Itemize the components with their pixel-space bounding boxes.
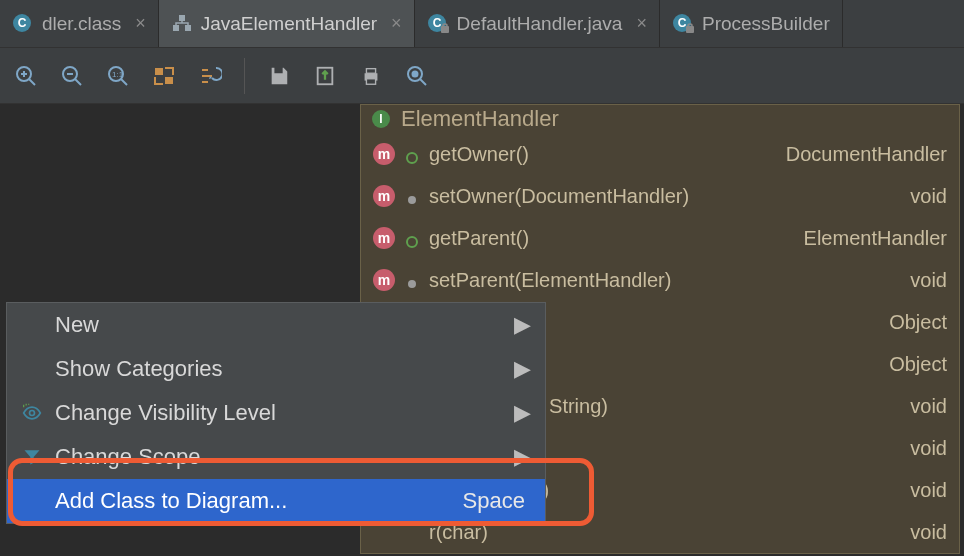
svg-rect-24: [165, 77, 173, 84]
svg-point-36: [407, 237, 417, 247]
svg-rect-23: [155, 68, 163, 75]
svg-rect-4: [179, 15, 185, 21]
member-type: Object: [889, 353, 947, 376]
editor-tab-bar: Cdler.class×JavaElementHandler×CDefaultH…: [0, 0, 964, 48]
zoom-actual-button[interactable]: 1:1: [102, 60, 134, 92]
menu-item-show-categories[interactable]: Show Categories▶: [7, 347, 545, 391]
svg-text:C: C: [432, 16, 441, 30]
tab-icon: C: [427, 13, 449, 35]
svg-rect-27: [366, 68, 375, 73]
class-title: I ElementHandler: [361, 105, 959, 133]
editor-tab[interactable]: JavaElementHandler×: [159, 0, 415, 47]
member-type: void: [910, 395, 947, 418]
blank-icon: [21, 490, 43, 512]
method-icon: m: [373, 269, 395, 291]
submenu-arrow-icon: ▶: [514, 312, 531, 338]
visibility-icon: [405, 189, 419, 203]
svg-line-21: [121, 79, 127, 85]
editor-tab[interactable]: CProcessBuilder: [660, 0, 843, 47]
find-button[interactable]: [401, 60, 433, 92]
svg-point-44: [30, 411, 35, 416]
save-button[interactable]: [263, 60, 295, 92]
member-name: setOwner(DocumentHandler): [429, 185, 689, 208]
member-type: void: [910, 479, 947, 502]
editor-tab[interactable]: Cdler.class×: [0, 0, 159, 47]
svg-point-31: [413, 71, 418, 76]
blank-icon: [21, 314, 43, 336]
tab-icon: C: [672, 13, 694, 35]
member-type: Object: [889, 311, 947, 334]
svg-point-35: [408, 196, 416, 204]
layout-button[interactable]: [194, 60, 226, 92]
tab-label: ProcessBuilder: [702, 13, 830, 35]
svg-text:C: C: [678, 16, 687, 30]
class-name: ElementHandler: [401, 106, 559, 132]
visibility-icon: [405, 273, 419, 287]
menu-item-label: Change Visibility Level: [55, 400, 502, 426]
svg-point-34: [407, 153, 417, 163]
zoom-in-button[interactable]: [10, 60, 42, 92]
menu-item-label: New: [55, 312, 502, 338]
member-type: void: [910, 521, 947, 544]
member-type: void: [910, 185, 947, 208]
tab-icon: [171, 13, 193, 35]
menu-item-new[interactable]: New▶: [7, 303, 545, 347]
menu-item-change-visibility-level[interactable]: Change Visibility Level▶: [7, 391, 545, 435]
svg-text:I: I: [379, 112, 382, 126]
member-name: setParent(ElementHandler): [429, 269, 671, 292]
blank-icon: [21, 358, 43, 380]
member-name: getParent(): [429, 227, 529, 250]
svg-text:1:1: 1:1: [112, 70, 124, 79]
menu-item-label: Change Scope: [55, 444, 502, 470]
tab-label: dler.class: [42, 13, 121, 35]
class-member-row[interactable]: msetParent(ElementHandler)void: [361, 259, 959, 301]
menu-shortcut: Space: [463, 488, 525, 514]
submenu-arrow-icon: ▶: [514, 444, 531, 470]
visibility-icon: [405, 231, 419, 245]
submenu-arrow-icon: ▶: [514, 356, 531, 382]
close-icon[interactable]: ×: [135, 13, 146, 34]
menu-item-label: Show Categories: [55, 356, 502, 382]
method-icon: m: [373, 227, 395, 249]
member-type: ElementHandler: [804, 227, 947, 250]
class-member-row[interactable]: msetOwner(DocumentHandler)void: [361, 175, 959, 217]
visibility-icon: [405, 147, 419, 161]
tab-label: JavaElementHandler: [201, 13, 377, 35]
svg-line-14: [29, 79, 35, 85]
eye-icon: [21, 402, 43, 424]
member-type: DocumentHandler: [786, 143, 947, 166]
tab-icon: C: [12, 13, 34, 35]
zoom-out-button[interactable]: [56, 60, 88, 92]
member-type: void: [910, 437, 947, 460]
method-icon: m: [373, 185, 395, 207]
class-member-row[interactable]: mgetParent()ElementHandler: [361, 217, 959, 259]
class-member-row[interactable]: mgetOwner()DocumentHandler: [361, 133, 959, 175]
funnel-icon: [21, 446, 43, 468]
close-icon[interactable]: ×: [636, 13, 647, 34]
menu-item-change-scope[interactable]: Change Scope▶: [7, 435, 545, 479]
submenu-arrow-icon: ▶: [514, 400, 531, 426]
print-button[interactable]: [355, 60, 387, 92]
svg-rect-28: [366, 78, 375, 84]
member-type: void: [910, 269, 947, 292]
close-icon[interactable]: ×: [391, 13, 402, 34]
tab-label: DefaultHandler.java: [457, 13, 623, 35]
diagram-toolbar: 1:1: [0, 48, 964, 104]
method-icon: m: [373, 143, 395, 165]
svg-line-30: [420, 79, 426, 85]
svg-line-18: [75, 79, 81, 85]
menu-item-label: Add Class to Diagram...: [55, 488, 451, 514]
fit-content-button[interactable]: [148, 60, 180, 92]
export-button[interactable]: [309, 60, 341, 92]
context-menu: New▶Show Categories▶Change Visibility Le…: [6, 302, 546, 524]
svg-point-37: [408, 280, 416, 288]
toolbar-separator: [244, 58, 245, 94]
svg-rect-3: [185, 25, 191, 31]
member-name: getOwner(): [429, 143, 529, 166]
svg-rect-2: [173, 25, 179, 31]
menu-item-add-class-to-diagram[interactable]: Add Class to Diagram...Space: [7, 479, 545, 523]
svg-text:C: C: [18, 16, 27, 30]
editor-tab[interactable]: CDefaultHandler.java×: [415, 0, 660, 47]
